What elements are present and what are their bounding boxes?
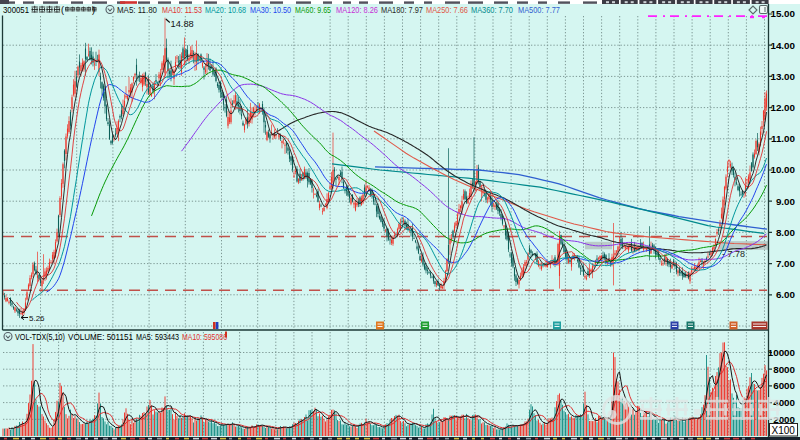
svg-text:X100: X100 bbox=[772, 425, 796, 436]
svg-text:9.00: 9.00 bbox=[776, 196, 796, 207]
svg-text:14.00: 14.00 bbox=[770, 40, 795, 51]
svg-text:15.00: 15.00 bbox=[770, 8, 795, 19]
svg-text:300051: 300051 bbox=[3, 5, 29, 15]
svg-text:MA5: 593443: MA5: 593443 bbox=[136, 332, 179, 342]
svg-text:8.00: 8.00 bbox=[776, 227, 796, 238]
svg-text:MA30: 10.50: MA30: 10.50 bbox=[250, 5, 291, 15]
svg-text:MA60: 9.65: MA60: 9.65 bbox=[295, 5, 331, 15]
svg-text:): ) bbox=[92, 5, 95, 15]
svg-text:12.00: 12.00 bbox=[770, 102, 795, 113]
svg-text:14.88: 14.88 bbox=[171, 19, 194, 29]
svg-text:MA10: 595086: MA10: 595086 bbox=[182, 332, 227, 342]
svg-text:10000: 10000 bbox=[768, 347, 796, 358]
svg-text:MA20: 10.68: MA20: 10.68 bbox=[205, 5, 246, 15]
svg-text:MA10: 11.53: MA10: 11.53 bbox=[162, 5, 202, 15]
svg-text:MA500: 7.77: MA500: 7.77 bbox=[518, 5, 560, 15]
svg-text:10.00: 10.00 bbox=[770, 164, 795, 175]
svg-text:11.00: 11.00 bbox=[771, 133, 796, 144]
svg-text:(: ( bbox=[61, 5, 64, 15]
svg-text:VOL-TDX(5,10): VOL-TDX(5,10) bbox=[15, 332, 65, 342]
svg-text:6.00: 6.00 bbox=[776, 289, 796, 300]
svg-text:7.00: 7.00 bbox=[776, 258, 796, 269]
svg-text:8000: 8000 bbox=[773, 364, 795, 375]
svg-text:MA250: 7.66: MA250: 7.66 bbox=[426, 5, 468, 15]
svg-text:MA120: 8.26: MA120: 8.26 bbox=[336, 5, 378, 15]
svg-text:MA360: 7.70: MA360: 7.70 bbox=[471, 5, 513, 15]
svg-text:MA5: 11.80: MA5: 11.80 bbox=[117, 5, 157, 15]
svg-text:MA180: 7.97: MA180: 7.97 bbox=[381, 5, 423, 15]
svg-text:- 7.78: - 7.78 bbox=[722, 249, 745, 259]
svg-text:5.26: 5.26 bbox=[29, 314, 45, 323]
svg-text:13.00: 13.00 bbox=[770, 71, 795, 82]
svg-text:VOLUME: 501151: VOLUME: 501151 bbox=[68, 332, 133, 342]
svg-text:6000: 6000 bbox=[773, 380, 795, 391]
